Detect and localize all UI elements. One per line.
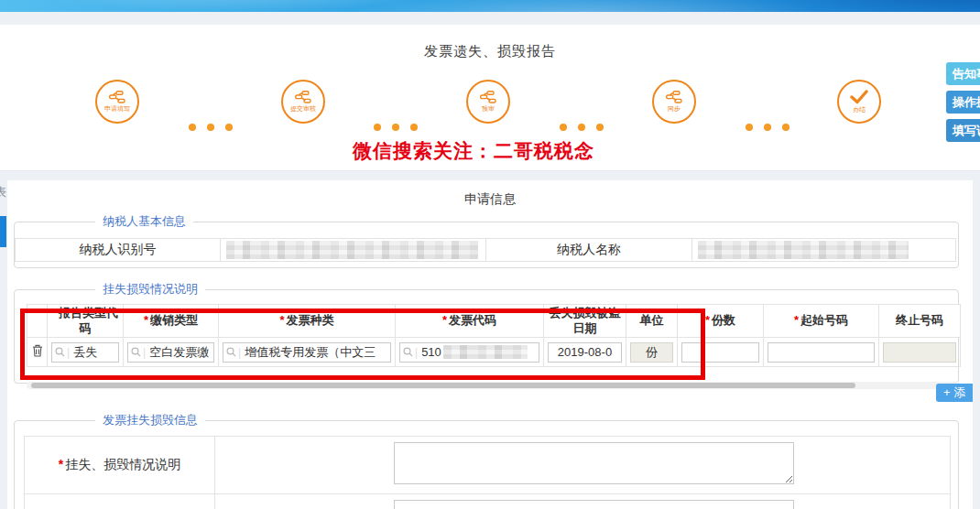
invoice-loss-info-table: *挂失、损毁情况说明 *挂失声明 bbox=[24, 436, 951, 509]
step-dots bbox=[746, 124, 789, 131]
application-info-title: 申请信息 bbox=[7, 191, 973, 208]
side-tab[interactable] bbox=[0, 216, 6, 247]
invoice-kind-input[interactable]: |增值税专用发票（中文三 bbox=[223, 342, 391, 363]
side-partial-text: 表 bbox=[0, 184, 6, 200]
top-strip bbox=[0, 12, 980, 25]
trash-icon[interactable] bbox=[32, 344, 43, 360]
step-dots bbox=[560, 124, 604, 131]
col-invoice-kind: *发票种类 bbox=[219, 305, 396, 338]
report-header: 发票遗失、损毁报告 申请填写 提交审核 预审 同步 办结 微信搜索关注：二哥税税… bbox=[0, 25, 980, 171]
sitemap-icon bbox=[480, 91, 497, 103]
censored-value bbox=[226, 241, 478, 259]
col-loss-date: 丢失损毁被盗日期 bbox=[544, 305, 626, 338]
invoice-code-cell: |510 bbox=[396, 338, 544, 367]
invoice-code-input[interactable]: |510 bbox=[399, 342, 539, 363]
sitemap-icon bbox=[109, 91, 126, 103]
delete-row-cell bbox=[27, 338, 48, 367]
step-apply[interactable]: 申请填写 bbox=[95, 80, 139, 124]
copies-cell bbox=[678, 338, 764, 367]
step-complete[interactable]: 办结 bbox=[837, 80, 881, 124]
censored-value bbox=[698, 241, 909, 259]
invoice-loss-info-legend: 发票挂失损毁信息 bbox=[95, 412, 205, 428]
check-icon bbox=[849, 90, 869, 104]
top-wave-banner bbox=[0, 0, 980, 12]
col-report-type: *报告类型代码 bbox=[48, 305, 124, 338]
step-dots bbox=[374, 124, 418, 131]
unit-input bbox=[630, 342, 673, 363]
loss-declaration-cell bbox=[215, 494, 951, 509]
search-icon bbox=[226, 347, 236, 357]
loss-declaration-label: *挂失声明 bbox=[25, 494, 215, 509]
loss-detail-section: 挂失损毁情况说明 *报告类型代码 *缴销类型 *发票种类 *发票代码 丢失损毁被… bbox=[14, 281, 959, 384]
horizontal-scrollbar[interactable] bbox=[27, 382, 960, 389]
notice-items-button[interactable]: 告知事 bbox=[946, 62, 980, 85]
step-label: 办结 bbox=[853, 105, 866, 114]
step-label: 同步 bbox=[668, 104, 681, 114]
scrollbar-thumb[interactable] bbox=[31, 383, 855, 388]
taxpayer-info-legend: 纳税人基本信息 bbox=[95, 213, 193, 230]
loss-declaration-textarea[interactable] bbox=[394, 500, 794, 509]
unit-cell bbox=[626, 338, 678, 367]
col-end-number: 终止号码 bbox=[879, 305, 961, 338]
loss-date-cell bbox=[544, 338, 626, 367]
operation-tips-button[interactable]: 操作提 bbox=[946, 91, 980, 114]
step-sync[interactable]: 同步 bbox=[652, 80, 696, 124]
sitemap-icon bbox=[666, 91, 683, 103]
delete-column-header bbox=[27, 305, 48, 338]
taxpayer-row: 纳税人识别号 纳税人名称 bbox=[15, 238, 958, 262]
loss-description-label: *挂失、损毁情况说明 bbox=[25, 437, 215, 494]
step-dots bbox=[189, 124, 233, 131]
censored-value bbox=[443, 345, 528, 359]
report-type-input[interactable]: |丢失 bbox=[51, 342, 119, 363]
taxpayer-id-label: 纳税人识别号 bbox=[15, 238, 221, 262]
col-unit: 单位 bbox=[626, 305, 678, 338]
loss-description-textarea[interactable] bbox=[394, 442, 794, 484]
loss-description-cell bbox=[215, 437, 951, 494]
taxpayer-name-value bbox=[692, 238, 956, 262]
step-submit-review[interactable]: 提交审核 bbox=[281, 80, 325, 124]
loss-description-row: *挂失、损毁情况说明 bbox=[25, 437, 951, 494]
search-icon bbox=[131, 347, 141, 357]
taxpayer-id-value bbox=[221, 238, 486, 262]
cancel-type-cell: |空白发票缴 bbox=[124, 338, 219, 367]
start-number-input[interactable] bbox=[768, 342, 875, 363]
col-start-number: *起始号码 bbox=[764, 305, 879, 338]
invoice-kind-cell: |增值税专用发票（中文三 bbox=[219, 338, 396, 367]
search-icon bbox=[55, 347, 65, 357]
loss-declaration-row: *挂失声明 bbox=[25, 494, 951, 509]
add-row-button[interactable]: + 添 bbox=[936, 384, 973, 402]
copies-input[interactable] bbox=[681, 342, 759, 363]
report-type-cell: |丢失 bbox=[48, 338, 124, 367]
step-label: 申请填写 bbox=[104, 104, 130, 114]
col-invoice-code: *发票代码 bbox=[396, 305, 544, 338]
col-copies: *份数 bbox=[678, 305, 764, 338]
fill-instructions-button[interactable]: 填写说 bbox=[946, 119, 980, 142]
taxpayer-name-label: 纳税人名称 bbox=[486, 238, 692, 262]
page-title: 发票遗失、损毁报告 bbox=[0, 43, 980, 60]
taxpayer-info-section: 纳税人基本信息 纳税人识别号 纳税人名称 bbox=[14, 213, 959, 268]
loss-date-input[interactable] bbox=[548, 342, 622, 363]
step-pre-review[interactable]: 预审 bbox=[466, 80, 510, 124]
start-number-cell bbox=[764, 338, 879, 367]
invoice-loss-info-section: 发票挂失损毁信息 *挂失、损毁情况说明 *挂失声明 bbox=[14, 412, 959, 509]
step-label: 预审 bbox=[482, 104, 495, 114]
cancel-type-input[interactable]: |空白发票缴 bbox=[127, 342, 214, 363]
end-number-input bbox=[883, 342, 956, 363]
application-panel: 申请信息 纳税人基本信息 纳税人识别号 纳税人名称 挂失损毁情况说明 *报告类型… bbox=[7, 180, 973, 509]
search-icon bbox=[403, 347, 413, 357]
sitemap-icon bbox=[295, 91, 312, 103]
step-label: 提交审核 bbox=[290, 104, 316, 114]
watermark-slogan: 微信搜索关注：二哥税税念 bbox=[0, 138, 947, 164]
end-number-cell bbox=[879, 338, 961, 367]
loss-detail-row: |丢失 |空白发票缴 |增值税专用发票（中文三 bbox=[27, 338, 961, 367]
loss-detail-legend: 挂失损毁情况说明 bbox=[95, 281, 205, 298]
loss-detail-table: *报告类型代码 *缴销类型 *发票种类 *发票代码 丢失损毁被盗日期 单位 *份… bbox=[27, 304, 961, 367]
col-cancel-type: *缴销类型 bbox=[124, 305, 219, 338]
